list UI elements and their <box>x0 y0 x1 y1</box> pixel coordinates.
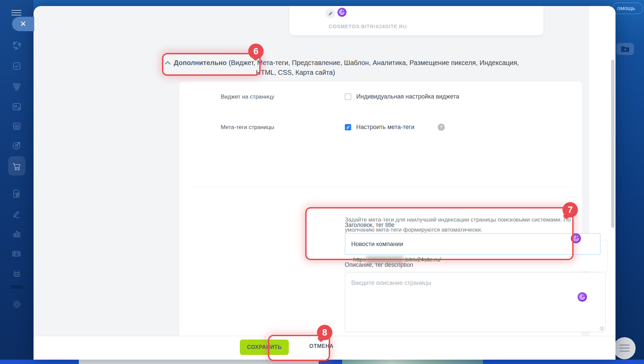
copilot-icon <box>339 9 345 15</box>
widget-checkbox-label: Индивидуальная настройка виджета <box>356 93 459 100</box>
sidebar-item-calendar[interactable] <box>11 101 22 112</box>
annotation-rect-7 <box>305 207 574 260</box>
meta-checkbox[interactable]: ✓ <box>345 124 351 130</box>
document-sign-icon <box>11 188 22 199</box>
section-subtitle-2: HTML, CSS, Карта сайта) <box>256 68 586 77</box>
folder-plus-icon <box>621 46 630 52</box>
robot-icon <box>11 268 22 279</box>
site-card: COSMETOS.BITRIX24SITE.RU <box>289 6 543 35</box>
sidebar-item-signature[interactable] <box>11 208 22 219</box>
copilot-site-button[interactable] <box>337 8 346 17</box>
signature-icon <box>11 208 22 219</box>
section-subtitle-1: (Виджет, Мета-теги, Представление, Шабло… <box>229 59 519 66</box>
annotation-badge-6: 6 <box>248 44 264 59</box>
settings-gear-icon <box>11 299 22 310</box>
page-strip-blue-left <box>0 360 79 364</box>
description-textarea[interactable] <box>345 272 606 332</box>
sidebar-item-reports[interactable] <box>11 228 22 239</box>
page-strip-photo <box>342 360 483 364</box>
annotation-rect-6 <box>162 53 261 76</box>
shop-cart-icon <box>11 161 22 172</box>
marketing-icon <box>11 140 22 151</box>
close-slider-button[interactable]: ✕ <box>12 17 34 31</box>
help-button-label: омощь <box>617 5 635 12</box>
site-domain: COSMETOS.BITRIX24SITE.RU <box>329 23 407 29</box>
pencil-icon <box>328 11 333 16</box>
app-sidebar <box>0 0 34 360</box>
tasks-icon <box>11 61 22 71</box>
scrollbar-thumb[interactable] <box>611 60 614 228</box>
storage-icon <box>11 121 22 131</box>
sidebar-item-marketing[interactable] <box>11 140 22 151</box>
copilot-icon <box>579 294 585 300</box>
id-card-icon <box>11 248 22 259</box>
close-icon: ✕ <box>20 19 26 28</box>
screen: омощь <box>0 0 644 364</box>
sidebar-item-automation[interactable] <box>11 268 22 279</box>
badge-number: 6 <box>253 46 258 57</box>
desc-field-label: Описание, тег description <box>345 261 413 268</box>
copilot-icon <box>573 235 579 242</box>
copilot-description-button[interactable] <box>578 292 587 302</box>
menu-hamburger-icon[interactable] <box>11 8 21 17</box>
sidebar-item-crm[interactable] <box>11 81 22 92</box>
meta-checkbox-label: Настроить мета-теги <box>356 124 414 131</box>
structure-menu-button[interactable] <box>613 337 636 359</box>
help-button[interactable]: омощь <box>612 3 643 14</box>
widget-row-label: Виджет на страницу <box>221 94 274 100</box>
sidebar-item-tasks[interactable] <box>11 61 22 71</box>
page-strip-blue-right <box>483 360 644 364</box>
help-question-icon[interactable]: ? <box>438 124 445 131</box>
sidebar-divider <box>10 285 23 289</box>
widget-checkbox[interactable] <box>345 94 351 100</box>
settings-slider: COSMETOS.BITRIX24SITE.RU Дополнительно(В… <box>34 6 615 360</box>
sidebar-item-settings[interactable] <box>11 299 22 310</box>
add-folder-button[interactable] <box>616 43 634 55</box>
bar-chart-icon <box>11 228 22 239</box>
sidebar-item-network[interactable] <box>11 40 22 51</box>
textarea-resize-grip[interactable] <box>600 326 604 330</box>
sidebar-item-storage[interactable] <box>11 121 22 131</box>
annotation-badge-7: 7 <box>562 202 578 218</box>
annotation-badge-8: 8 <box>317 325 332 340</box>
row-divider <box>187 187 574 187</box>
badge-number: 8 <box>322 327 327 338</box>
edit-site-button[interactable] <box>325 8 335 18</box>
meta-row-label: Мета-теги страницы <box>221 124 274 131</box>
sidebar-item-shop[interactable] <box>11 161 22 172</box>
crm-funnel-icon <box>11 81 22 92</box>
network-icon <box>11 40 22 51</box>
badge-number: 7 <box>568 205 573 215</box>
calendar-icon <box>11 101 22 112</box>
sidebar-item-contacts[interactable] <box>11 248 22 259</box>
sidebar-item-documents[interactable] <box>11 188 22 199</box>
